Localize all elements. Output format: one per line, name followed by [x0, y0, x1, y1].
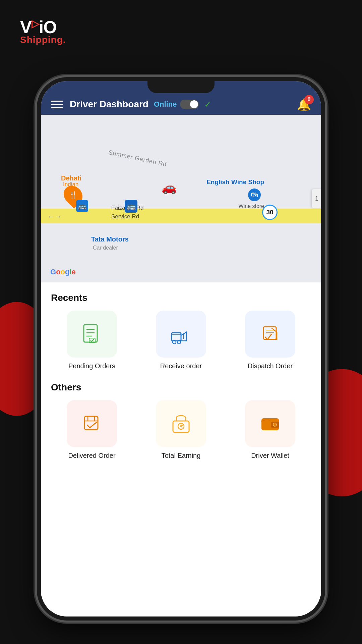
map-edge-button[interactable]: 1	[312, 189, 321, 208]
map-road-summer: Summer Garden Rd	[108, 149, 168, 168]
map-pin-wine-shop: English Wine Shop 🛍 Wine store	[248, 189, 261, 201]
map-tata-sub: Car dealer	[93, 245, 118, 251]
location-bus-icon: 🚌	[125, 200, 137, 213]
driver-wallet-card[interactable]: Driver Wallet	[229, 400, 311, 460]
online-toggle[interactable]	[180, 100, 199, 109]
total-earning-card[interactable]: ₹ Total Earning	[140, 400, 222, 460]
total-earning-icon: ₹	[169, 412, 193, 436]
map-pin-bus-right: 🚌	[125, 200, 137, 213]
online-label: Online	[154, 100, 177, 109]
hamburger-menu-button[interactable]	[51, 101, 63, 108]
logo-v: V	[20, 17, 32, 37]
total-earning-icon-box: ₹	[156, 400, 206, 447]
phone-frame: Driver Dashboard Online ✓ 🔔 0 Summer Gar…	[37, 77, 325, 621]
notification-badge: 0	[304, 95, 314, 104]
receive-order-icon-box	[156, 311, 206, 358]
delivered-order-icon	[80, 412, 104, 436]
driver-wallet-label: Driver Wallet	[251, 452, 289, 460]
app-logo: V▷iO Shipping.	[20, 18, 66, 45]
notification-area[interactable]: 🔔 0	[297, 98, 311, 111]
dispatch-order-icon	[258, 322, 282, 346]
svg-rect-5	[172, 333, 181, 341]
dispatch-order-card[interactable]: Dispatch Order	[229, 311, 311, 370]
svg-text:₹: ₹	[180, 424, 183, 429]
map-view[interactable]: Summer Garden Rd Faizabad Rd Service Rd …	[41, 115, 321, 282]
recents-section-title: Recents	[51, 292, 311, 303]
logo-shipping: Shipping.	[20, 35, 66, 45]
phone-screen: Driver Dashboard Online ✓ 🔔 0 Summer Gar…	[41, 81, 321, 616]
road-arrow-left: ← →	[48, 213, 61, 220]
driver-wallet-icon	[258, 412, 282, 436]
online-status: Online ✓	[154, 99, 212, 110]
header-title: Driver Dashboard	[70, 99, 148, 110]
pin-label-wine: English Wine Shop	[206, 178, 264, 186]
receive-order-card[interactable]: Receive order	[140, 311, 222, 370]
pin-label-winestore: Wine store	[239, 203, 264, 209]
svg-point-15	[273, 423, 277, 426]
others-section-title: Others	[51, 382, 311, 393]
phone-notch	[147, 81, 215, 93]
pending-orders-icon-box	[67, 311, 117, 358]
pending-orders-card[interactable]: Pending Orders	[51, 311, 133, 370]
pending-orders-icon	[80, 322, 104, 346]
content-area: Recents Pending Orders	[41, 282, 321, 616]
bus-icon: 🚌	[76, 200, 88, 212]
map-tata-motors: Tata Motors	[91, 235, 129, 243]
dispatch-order-label: Dispatch Order	[248, 362, 293, 370]
others-grid: Delivered Order ₹ Total Earning	[51, 400, 311, 460]
receive-order-icon	[169, 322, 193, 346]
driver-location-marker: 🚗	[162, 180, 177, 195]
driver-wallet-icon-box	[245, 400, 295, 447]
delivered-order-card[interactable]: Delivered Order	[51, 400, 133, 460]
total-earning-label: Total Earning	[162, 452, 201, 460]
map-road-service: Service Rd	[111, 213, 139, 220]
recents-grid: Pending Orders Receive o	[51, 311, 311, 370]
pending-orders-label: Pending Orders	[68, 362, 115, 370]
google-logo: Google	[50, 268, 76, 276]
delivered-order-icon-box	[67, 400, 117, 447]
speed-limit-badge: 30	[262, 205, 278, 220]
map-pin-bus-left: 🚌	[76, 200, 88, 212]
delivered-order-label: Delivered Order	[68, 452, 115, 460]
bag-icon: 🛍	[248, 189, 261, 201]
receive-order-label: Receive order	[160, 362, 202, 370]
check-icon: ✓	[204, 99, 212, 110]
dispatch-order-icon-box	[245, 311, 295, 358]
